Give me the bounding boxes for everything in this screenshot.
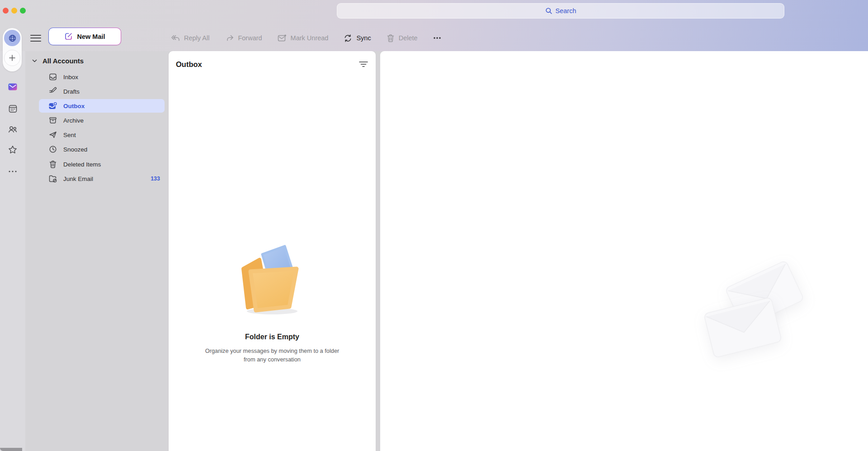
folder-label: Deleted Items (63, 161, 101, 168)
rail-item-calendar[interactable] (8, 104, 18, 114)
archive-icon (48, 116, 57, 125)
sidebar-item-snoozed[interactable]: Snoozed (39, 142, 165, 156)
more-icon (433, 37, 441, 39)
delete-button[interactable]: Delete (387, 34, 418, 43)
mail-icon (8, 82, 18, 92)
new-mail-label: New Mail (77, 33, 105, 40)
mark-unread-button[interactable]: Mark Unread (278, 34, 329, 42)
folder-label: Archive (63, 117, 84, 124)
forward-button[interactable]: Forward (225, 34, 262, 42)
sidebar-item-outbox[interactable]: Outbox (39, 99, 165, 113)
folder-title: Outbox (176, 60, 202, 69)
empty-state-subtitle: Organize your messages by moving them to… (204, 347, 340, 364)
mark-unread-icon (278, 34, 287, 42)
all-accounts-header[interactable]: All Accounts (32, 55, 163, 66)
folder-label: Snoozed (63, 146, 87, 153)
outbox-icon (48, 101, 57, 110)
reply-all-icon (171, 34, 180, 42)
sidebar-item-archive[interactable]: Archive (39, 114, 165, 127)
window-zoom-button[interactable] (20, 8, 26, 14)
folder-label: Drafts (63, 88, 80, 95)
list-pane-header: Outbox (176, 59, 369, 70)
forward-icon (225, 34, 234, 42)
search-input[interactable]: Search (337, 3, 784, 19)
folder-label: Outbox (63, 103, 85, 109)
sidebar-item-junk-email[interactable]: Junk Email 133 (39, 172, 165, 185)
mark-unread-label: Mark Unread (291, 34, 329, 42)
rail-item-people[interactable] (8, 124, 18, 134)
sync-button[interactable]: Sync (344, 34, 371, 43)
window-bottom-edge (0, 448, 22, 451)
reading-pane (380, 51, 868, 451)
window-close-button[interactable] (3, 8, 9, 14)
rail-item-mail[interactable] (8, 82, 18, 92)
snoozed-icon (48, 145, 57, 154)
envelope-watermark-icon (703, 297, 783, 360)
plus-icon (8, 54, 16, 62)
forward-label: Forward (238, 34, 262, 42)
folder-label: Junk Email (63, 176, 93, 182)
inbox-icon (48, 72, 57, 81)
sidebar-item-deleted-items[interactable]: Deleted Items (39, 157, 165, 171)
sidebar-item-sent[interactable]: Sent (39, 128, 165, 142)
add-account-button[interactable] (4, 50, 20, 66)
empty-folder-illustration (236, 243, 308, 318)
star-icon (8, 145, 18, 155)
window-minimize-button[interactable] (11, 8, 17, 14)
search-icon (545, 7, 552, 14)
compose-icon (64, 32, 73, 41)
rail-item-favorites[interactable] (8, 145, 18, 155)
reply-all-label: Reply All (184, 34, 209, 42)
drafts-icon (48, 87, 57, 96)
junk-email-count-badge: 133 (151, 176, 160, 182)
empty-folder-state: Folder is Empty Organize your messages b… (169, 243, 376, 364)
sidebar-toggle-button[interactable] (30, 33, 41, 43)
sidebar-item-drafts[interactable]: Drafts (39, 85, 165, 98)
chevron-down-icon (32, 58, 38, 64)
account-avatar-button[interactable] (4, 30, 20, 46)
sync-icon (344, 34, 352, 43)
new-mail-button[interactable]: New Mail (48, 28, 121, 45)
sidebar-item-inbox[interactable]: Inbox (39, 70, 165, 84)
rail-item-more-apps[interactable] (8, 166, 18, 176)
globe-icon (8, 33, 17, 43)
more-actions-button[interactable] (433, 37, 441, 39)
folder-label: Sent (63, 132, 76, 138)
sync-label: Sync (356, 34, 371, 42)
sent-icon (48, 130, 57, 139)
search-label: Search (556, 7, 576, 14)
ellipsis-icon (8, 170, 18, 173)
folder-label: Inbox (63, 74, 78, 81)
message-toolbar: Reply All Forward Mark Unread Sync (171, 28, 441, 47)
empty-state-title: Folder is Empty (245, 333, 299, 341)
junk-email-icon (48, 174, 57, 183)
delete-icon (387, 34, 395, 43)
people-icon (8, 124, 18, 134)
deleted-items-icon (48, 160, 57, 169)
reply-all-button[interactable]: Reply All (171, 34, 209, 42)
filter-button[interactable] (358, 59, 369, 69)
all-accounts-label: All Accounts (42, 57, 84, 65)
delete-label: Delete (399, 34, 418, 42)
calendar-icon (8, 104, 18, 114)
message-list-pane: Outbox Folder is Empty (169, 51, 376, 451)
